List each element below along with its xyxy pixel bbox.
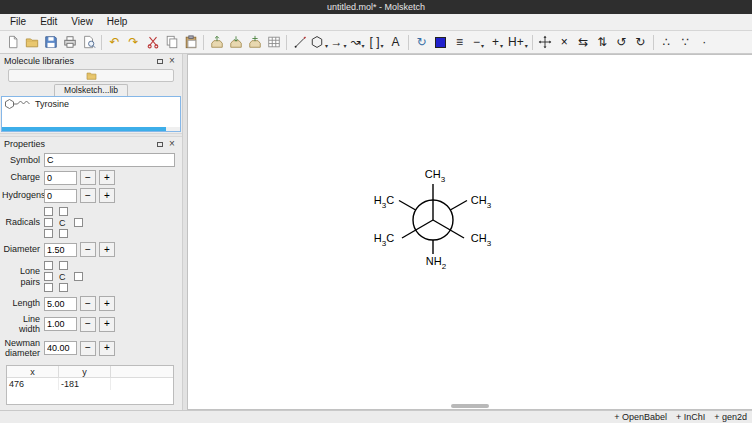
library-hscrollbar[interactable]	[2, 127, 180, 131]
lone-pair-checkbox[interactable]	[74, 272, 83, 281]
rotate-cw-button[interactable]: ↻	[631, 32, 650, 52]
flip-horizontal-button[interactable]: ⇆	[574, 32, 593, 52]
toolbar-separator	[101, 35, 102, 50]
hydrogens-decrement-button[interactable]: −	[80, 188, 96, 203]
newman-diameter-increment-button[interactable]: +	[99, 341, 115, 356]
lone-pair-checkbox[interactable]	[59, 283, 68, 292]
open-file-button[interactable]	[22, 32, 41, 52]
coord-cell-y[interactable]: -181	[59, 378, 111, 390]
coord-header-y[interactable]: y	[59, 366, 111, 377]
hydrogen-tool-button[interactable]: H+ ▾	[507, 32, 529, 52]
add-to-library-button[interactable]	[245, 32, 264, 52]
text-tool-button[interactable]: A	[386, 32, 405, 52]
atom-label-bottom[interactable]: NH2	[426, 255, 446, 270]
radical-checkbox[interactable]	[74, 218, 83, 227]
periodic-table-button[interactable]	[264, 32, 283, 52]
float-icon	[157, 59, 163, 64]
atom-label-upper-right[interactable]: CH3	[471, 194, 491, 209]
mechanism-arrow-tool-button[interactable]: ↝ ▾	[348, 32, 367, 52]
diameter-increment-button[interactable]: +	[99, 242, 115, 257]
lone-pair-checkbox[interactable]	[44, 261, 53, 270]
line-width-decrement-button[interactable]: −	[80, 317, 96, 332]
color-picker-button[interactable]	[431, 32, 450, 52]
coord-cell-x[interactable]: 476	[7, 378, 59, 390]
radical-checkbox[interactable]	[44, 207, 53, 216]
save-button[interactable]	[41, 32, 60, 52]
atom-label-lower-right[interactable]: CH3	[471, 232, 491, 247]
print-preview-button[interactable]	[79, 32, 98, 52]
hscrollbar-thumb[interactable]	[2, 127, 166, 131]
atom-label-lower-left[interactable]: H3C	[374, 232, 394, 247]
library-list[interactable]: Tyrosine	[1, 96, 181, 132]
library-item[interactable]: Tyrosine	[2, 97, 180, 111]
radical-tool-button[interactable]: ∵	[676, 32, 695, 52]
radical-checkbox[interactable]	[59, 229, 68, 238]
newman-projection[interactable]: CH3 H3C CH3 H3C CH3 NH2	[348, 135, 518, 305]
menu-item[interactable]: File	[3, 14, 33, 30]
delete-tool-button[interactable]: ×	[555, 32, 574, 52]
new-document-button[interactable]	[3, 32, 22, 52]
library-item-label: Tyrosine	[35, 99, 69, 109]
draw-bond-tool-button[interactable]	[290, 32, 309, 52]
coordinate-row[interactable]: 476 -181	[7, 378, 173, 390]
print-button[interactable]	[60, 32, 79, 52]
radical-checkbox[interactable]	[59, 207, 68, 216]
coordinates-table[interactable]: x y 476 -181	[6, 365, 174, 405]
length-increment-button[interactable]: +	[99, 296, 115, 311]
length-decrement-button[interactable]: −	[80, 296, 96, 311]
line-width-increment-button[interactable]: +	[99, 317, 115, 332]
cut-button[interactable]	[143, 32, 162, 52]
open-library-button[interactable]	[8, 69, 174, 82]
close-dock-button[interactable]: ×	[166, 138, 178, 150]
undo-button[interactable]: ↶	[105, 32, 124, 52]
diameter-decrement-button[interactable]: −	[80, 242, 96, 257]
lone-pair-tool-button[interactable]: ∴	[657, 32, 676, 52]
length-input[interactable]	[44, 297, 77, 311]
import-molecule-button[interactable]	[207, 32, 226, 52]
line-width-input[interactable]	[44, 317, 77, 331]
reaction-arrow-tool-button[interactable]: → ▾	[329, 32, 348, 52]
menu-item[interactable]: View	[64, 14, 100, 30]
lone-pair-checkbox[interactable]	[44, 272, 53, 281]
charge-minus-button[interactable]: − ▾	[469, 32, 488, 52]
float-dock-button[interactable]	[154, 55, 166, 67]
newman-diameter-input[interactable]	[44, 341, 77, 355]
radical-checkbox[interactable]	[44, 218, 53, 227]
diameter-input[interactable]	[44, 243, 77, 257]
canvas-hscrollbar[interactable]	[188, 404, 752, 409]
symbol-input[interactable]	[44, 153, 175, 167]
paste-button[interactable]	[181, 32, 200, 52]
charge-input[interactable]	[44, 171, 77, 185]
bracket-tool-button[interactable]: [ ] ▾	[367, 32, 386, 52]
align-tool-button[interactable]: ≡	[450, 32, 469, 52]
menu-item[interactable]: Edit	[33, 14, 64, 30]
rotate-ccw-button[interactable]: ↺	[612, 32, 631, 52]
electron-tool-button[interactable]: ·	[695, 32, 714, 52]
copy-button[interactable]	[162, 32, 181, 52]
lone-pair-checkbox[interactable]	[59, 261, 68, 270]
redo-button[interactable]: ↷	[124, 32, 143, 52]
float-dock-button[interactable]	[154, 138, 166, 150]
atom-label-upper-left[interactable]: H3C	[374, 194, 394, 209]
canvas-hscrollbar-thumb[interactable]	[451, 404, 489, 408]
radical-checkbox[interactable]	[44, 229, 53, 238]
newman-diameter-decrement-button[interactable]: −	[80, 341, 96, 356]
hydrogens-increment-button[interactable]: +	[99, 188, 115, 203]
menu-item[interactable]: Help	[100, 14, 135, 30]
library-tab[interactable]: Molsketch...lib	[54, 84, 128, 96]
ring-tool-button[interactable]: ▾	[309, 32, 329, 52]
properties-form: Symbol Charge − + Hydrogens − +	[0, 151, 182, 410]
coord-header-x[interactable]: x	[7, 366, 59, 377]
reaction-tool-button[interactable]: ↻	[412, 32, 431, 52]
lone-pair-checkbox[interactable]	[44, 283, 53, 292]
flip-vertical-button[interactable]: ⇅	[593, 32, 612, 52]
move-tool-button[interactable]	[536, 32, 555, 52]
atom-label-top[interactable]: CH3	[425, 168, 445, 183]
close-dock-button[interactable]: ×	[166, 55, 178, 67]
export-molecule-button[interactable]	[226, 32, 245, 52]
charge-increment-button[interactable]: +	[99, 170, 115, 185]
charge-plus-button[interactable]: + ▾	[488, 32, 507, 52]
charge-decrement-button[interactable]: −	[80, 170, 96, 185]
hydrogens-input[interactable]	[44, 189, 77, 203]
drawing-canvas[interactable]: CH3 H3C CH3 H3C CH3 NH2	[187, 54, 752, 410]
